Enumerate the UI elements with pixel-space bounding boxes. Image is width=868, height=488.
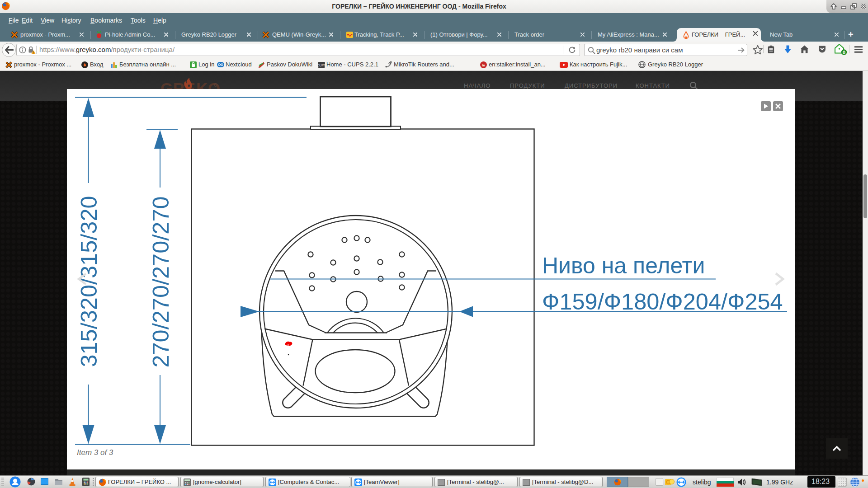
svg-text:315/320/315/320: 315/320/315/320 (76, 196, 102, 367)
svg-text:KO: KO (196, 80, 220, 89)
svg-text:0: 0 (843, 50, 845, 55)
svg-text:Ф159/Ф180/Ф204/Ф254: Ф159/Ф180/Ф204/Ф254 (542, 289, 783, 314)
svg-text:in: in (482, 63, 485, 67)
svg-text:CUPS: CUPS (318, 64, 325, 67)
svg-text:Ниво на пелети: Ниво на пелети (542, 253, 705, 278)
svg-text:270/270/270/270: 270/270/270/270 (148, 196, 174, 367)
